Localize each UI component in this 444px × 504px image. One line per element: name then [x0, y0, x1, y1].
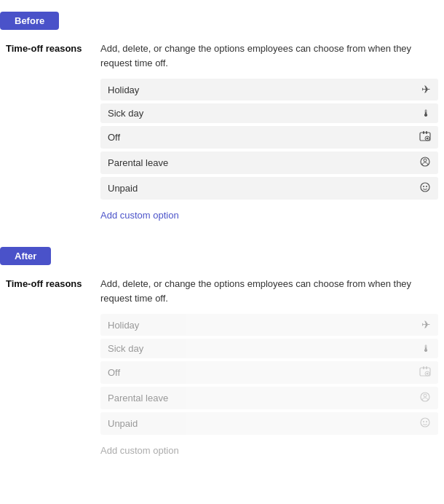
svg-point-18 — [423, 421, 424, 422]
before-content: Add, delete, or change the options emplo… — [100, 42, 438, 221]
after-option-sick-day-text: Sick day — [108, 343, 143, 354]
before-option-sick-day-text: Sick day — [108, 108, 143, 119]
svg-point-6 — [424, 159, 427, 162]
after-option-sick-day-icon: 🌡 — [421, 343, 431, 354]
after-section: After Time-off reasons Add, delete, or c… — [0, 235, 444, 470]
svg-rect-2 — [426, 131, 427, 134]
svg-point-9 — [426, 186, 427, 187]
before-label: Time-off reasons — [6, 42, 100, 54]
after-option-off-icon — [419, 366, 431, 379]
before-option-sick-day-icon: 🌡 — [421, 108, 431, 119]
before-add-custom-link[interactable]: Add custom option — [100, 210, 179, 221]
after-label: Time-off reasons — [6, 277, 100, 289]
before-option-off[interactable]: Off — [100, 126, 438, 149]
svg-point-7 — [421, 183, 429, 192]
before-option-off-text: Off — [108, 132, 120, 143]
before-option-list: Holiday ✈ Sick day 🌡 Off — [100, 79, 438, 200]
before-option-unpaid-text: Unpaid — [108, 183, 138, 194]
after-option-holiday: Holiday ✈ — [100, 314, 438, 336]
after-content: Add, delete, or change the options emplo… — [100, 277, 438, 456]
before-option-parental-leave-text: Parental leave — [108, 157, 168, 168]
after-option-list: Holiday ✈ Sick day 🌡 Off — [100, 314, 438, 435]
before-option-holiday-icon: ✈ — [421, 83, 431, 96]
after-header: After — [0, 247, 51, 265]
svg-rect-11 — [423, 366, 424, 369]
before-section: Before Time-off reasons Add, delete, or … — [0, 0, 444, 235]
svg-point-17 — [421, 418, 429, 427]
after-option-unpaid: Unpaid — [100, 412, 438, 435]
svg-rect-1 — [423, 131, 424, 134]
after-option-parental-leave: Parental leave — [100, 387, 438, 409]
before-option-parental-leave[interactable]: Parental leave — [100, 151, 438, 174]
after-option-parental-leave-icon — [419, 391, 431, 405]
after-option-sick-day: Sick day 🌡 — [100, 339, 438, 358]
before-header: Before — [0, 12, 59, 30]
before-option-unpaid[interactable]: Unpaid — [100, 177, 438, 200]
before-option-parental-leave-icon — [419, 156, 431, 170]
svg-point-4 — [427, 138, 429, 140]
before-row: Time-off reasons Add, delete, or change … — [0, 42, 444, 221]
before-option-holiday-text: Holiday — [108, 84, 139, 95]
svg-point-19 — [426, 421, 427, 422]
after-option-holiday-icon: ✈ — [421, 318, 431, 331]
after-description: Add, delete, or change the options emplo… — [100, 277, 438, 305]
after-option-unpaid-icon — [419, 417, 431, 430]
after-option-off: Off — [100, 361, 438, 384]
before-option-unpaid-icon — [419, 181, 431, 195]
after-option-holiday-text: Holiday — [108, 320, 139, 331]
svg-point-14 — [427, 373, 429, 375]
before-option-sick-day[interactable]: Sick day 🌡 — [100, 103, 438, 123]
before-description: Add, delete, or change the options emplo… — [100, 42, 438, 70]
after-option-parental-leave-text: Parental leave — [108, 393, 168, 403]
after-add-custom-link: Add custom option — [100, 445, 179, 456]
before-option-holiday[interactable]: Holiday ✈ — [100, 79, 438, 101]
after-option-unpaid-text: Unpaid — [108, 418, 138, 429]
before-option-off-icon — [419, 130, 431, 144]
svg-point-16 — [424, 394, 427, 397]
svg-point-8 — [423, 186, 424, 187]
after-option-off-text: Off — [108, 367, 120, 378]
svg-rect-12 — [426, 366, 427, 369]
after-row: Time-off reasons Add, delete, or change … — [0, 277, 444, 456]
